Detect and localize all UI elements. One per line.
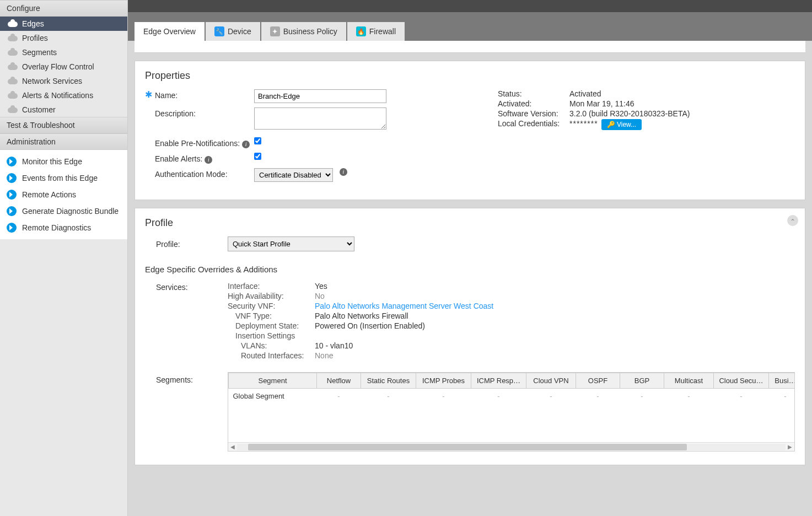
profile-panel: Profile Profile: Quick Start Profile Edg…	[135, 208, 805, 465]
tab-label: Firewall	[369, 27, 396, 36]
ribbon-icon: ✦	[270, 26, 280, 36]
tab-business-policy[interactable]: ✦Business Policy	[261, 22, 346, 41]
horizontal-scrollbar[interactable]: ◀ ▶	[228, 442, 794, 451]
col-segment[interactable]: Segment	[229, 373, 317, 389]
auth-mode-select[interactable]: Certificate Disabled	[254, 168, 333, 182]
table-row[interactable]: Global Segment - - - - - - - - - -	[229, 389, 795, 404]
segments-table: Segment Netflow Static Routes ICMP Probe…	[228, 373, 795, 442]
admin-link-label: Monitor this Edge	[22, 157, 82, 166]
seg-cell: -	[471, 389, 526, 404]
view-credentials-button[interactable]: 🔑 View...	[601, 119, 642, 130]
sidebar-item-label: Network Services	[22, 77, 82, 85]
sidebar-item-label: Edges	[22, 19, 44, 28]
description-label: Description:	[155, 108, 254, 118]
seg-cell: -	[317, 389, 361, 404]
col-cloud-vpn[interactable]: Cloud VPN	[526, 373, 576, 389]
col-icmp-resp[interactable]: ICMP Resp…	[471, 373, 526, 389]
deploy-state-value: Powered On (Insertion Enabled)	[315, 321, 425, 330]
info-icon[interactable]: i	[340, 168, 347, 176]
col-ospf[interactable]: OSPF	[576, 373, 620, 389]
arrow-icon	[7, 223, 17, 233]
credentials-label: Local Credentials:	[498, 119, 569, 130]
section-test: Test & Troubleshoot	[0, 117, 127, 133]
col-icmp-probes[interactable]: ICMP Probes	[416, 373, 471, 389]
ha-label: High Availability:	[228, 292, 315, 300]
admin-link-label: Remote Diagnostics	[22, 223, 91, 232]
arrow-icon	[7, 190, 17, 200]
tab-device[interactable]: 🔧Device	[206, 22, 260, 41]
tab-label: Device	[228, 27, 251, 36]
tab-firewall[interactable]: 🔥Firewall	[347, 22, 405, 41]
description-textarea[interactable]	[254, 108, 386, 130]
scroll-thumb[interactable]	[248, 444, 687, 450]
col-netflow[interactable]: Netflow	[317, 373, 361, 389]
sidebar-item-label: Profiles	[22, 34, 48, 42]
vnf-label: Security VNF:	[228, 302, 315, 310]
sidebar-item-label: Overlay Flow Control	[22, 62, 94, 71]
section-configure: Configure	[0, 0, 127, 17]
scroll-right-icon[interactable]: ▶	[786, 444, 794, 450]
insertion-settings-label: Insertion Settings	[228, 331, 315, 340]
segments-table-wrap: Segment Netflow Static Routes ICMP Probe…	[228, 372, 795, 452]
sidebar-item-profiles[interactable]: Profiles	[0, 31, 127, 45]
sidebar-item-segments[interactable]: Segments	[0, 45, 127, 60]
tab-edge-overview[interactable]: Edge Overview	[135, 22, 205, 41]
pre-notif-checkbox[interactable]	[254, 137, 261, 144]
alerts-label: Enable Alerts:i	[155, 153, 254, 164]
info-icon[interactable]: i	[242, 141, 250, 148]
name-input[interactable]	[254, 89, 386, 103]
tabs-bar: Edge Overview 🔧Device ✦Business Policy 🔥…	[128, 12, 812, 41]
vlans-label: VLANs:	[228, 341, 315, 350]
status-label: Status:	[498, 89, 569, 98]
tab-label: Edge Overview	[143, 27, 196, 36]
activated-label: Activated:	[498, 99, 569, 108]
credentials-mask: ********	[569, 119, 598, 130]
col-multicast[interactable]: Multicast	[664, 373, 714, 389]
col-cloud-secu[interactable]: Cloud Secu…	[714, 373, 769, 389]
seg-name: Global Segment	[229, 389, 317, 404]
link-gen-diag-bundle[interactable]: Generate Diagnostic Bundle	[0, 203, 127, 219]
pre-notif-label: Enable Pre-Notifications:i	[155, 137, 254, 148]
scroll-left-icon[interactable]: ◀	[228, 444, 237, 450]
routed-if-label: Routed Interfaces:	[228, 351, 315, 360]
top-bar	[128, 0, 812, 12]
sidebar-item-customer[interactable]: Customer	[0, 103, 127, 117]
sidebar-item-alerts[interactable]: Alerts & Notifications	[0, 88, 127, 103]
link-remote-diag[interactable]: Remote Diagnostics	[0, 219, 127, 236]
interface-value: Yes	[315, 282, 327, 291]
link-remote-actions[interactable]: Remote Actions	[0, 186, 127, 203]
fire-icon: 🔥	[356, 26, 366, 36]
col-bgp[interactable]: BGP	[620, 373, 664, 389]
vnf-link[interactable]: Palo Alto Networks Management Server Wes…	[315, 302, 493, 310]
sidebar-item-edges[interactable]: Edges	[0, 17, 127, 31]
sidebar-item-label: Customer	[22, 105, 56, 114]
seg-cell: -	[620, 389, 664, 404]
ha-value: No	[315, 292, 325, 300]
profile-select[interactable]: Quick Start Profile	[228, 237, 354, 251]
profile-heading: Profile	[145, 217, 795, 229]
cloud-icon	[8, 92, 18, 99]
collapse-button[interactable]	[787, 215, 798, 226]
tab-label: Business Policy	[283, 27, 337, 36]
sidebar-item-network-services[interactable]: Network Services	[0, 74, 127, 88]
sw-version-value: 3.2.0 (build R320-20180323-BETA)	[569, 109, 690, 118]
admin-link-label: Events from this Edge	[22, 174, 98, 182]
admin-links: Monitor this Edge Events from this Edge …	[0, 150, 127, 239]
seg-cell: -	[526, 389, 576, 404]
link-monitor-edge[interactable]: Monitor this Edge	[0, 153, 127, 170]
overrides-heading: Edge Specific Overrides & Additions	[145, 265, 795, 274]
col-busi[interactable]: Busi…	[769, 373, 795, 389]
services-label: Services:	[156, 282, 228, 361]
properties-heading: Properties	[145, 70, 795, 82]
info-icon[interactable]: i	[205, 156, 212, 164]
section-admin: Administration	[0, 133, 127, 150]
col-static-routes[interactable]: Static Routes	[361, 373, 416, 389]
alerts-checkbox[interactable]	[254, 153, 261, 160]
link-events-edge[interactable]: Events from this Edge	[0, 170, 127, 186]
interface-label: Interface:	[228, 282, 315, 291]
cloud-icon	[8, 78, 18, 84]
sidebar-item-overlay-flow[interactable]: Overlay Flow Control	[0, 60, 127, 74]
status-value: Activated	[569, 89, 601, 98]
required-icon: ✱	[145, 89, 155, 100]
vnf-type-value: Palo Alto Networks Firewall	[315, 311, 408, 320]
